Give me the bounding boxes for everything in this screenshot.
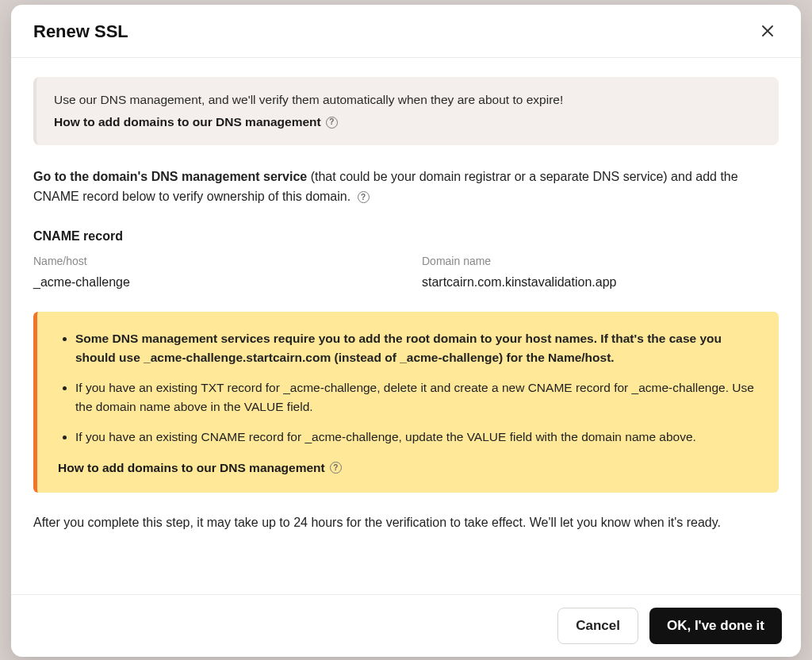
modal-title: Renew SSL (33, 21, 128, 42)
warning-help-link[interactable]: How to add domains to our DNS management… (58, 461, 342, 475)
instruction-bold: Go to the domain's DNS management servic… (33, 170, 307, 183)
help-icon[interactable]: ? (358, 191, 370, 203)
warning-help-link-label: How to add domains to our DNS management (58, 461, 325, 475)
ok-done-button[interactable]: OK, I've done it (649, 608, 782, 644)
help-icon: ? (326, 117, 338, 129)
dns-help-link-label: How to add domains to our DNS management (54, 115, 321, 129)
modal-header: Renew SSL (11, 5, 801, 58)
cname-name-header: Name/host (33, 255, 390, 267)
warning-list: Some DNS management services require you… (58, 329, 760, 447)
close-button[interactable] (756, 21, 779, 43)
warning-item-3: If you have an existing CNAME record for… (75, 428, 760, 447)
cname-name-col: Name/host _acme-challenge (33, 255, 390, 290)
cname-record-grid: Name/host _acme-challenge Domain name st… (33, 255, 779, 290)
warning-item-2: If you have an existing TXT record for _… (75, 378, 760, 416)
info-text: Use our DNS management, and we'll verify… (54, 93, 761, 107)
renew-ssl-modal: Renew SSL Use our DNS management, and we… (11, 5, 801, 657)
cname-name-value: _acme-challenge (33, 275, 390, 290)
instruction-text: Go to the domain's DNS management servic… (33, 167, 779, 207)
cname-section-label: CNAME record (33, 229, 779, 244)
help-icon: ? (330, 462, 342, 474)
cname-domain-value: startcairn.com.kinstavalidation.app (422, 275, 779, 290)
modal-footer: Cancel OK, I've done it (11, 594, 801, 657)
modal-body: Use our DNS management, and we'll verify… (11, 58, 801, 594)
cname-domain-header: Domain name (422, 255, 779, 267)
cname-domain-col: Domain name startcairn.com.kinstavalidat… (422, 255, 779, 290)
cancel-button[interactable]: Cancel (557, 608, 638, 644)
dns-help-link[interactable]: How to add domains to our DNS management… (54, 115, 338, 129)
close-icon (762, 24, 773, 40)
warning-box: Some DNS management services require you… (33, 312, 779, 493)
after-note: After you complete this step, it may tak… (33, 513, 779, 532)
warning-item-1: Some DNS management services require you… (75, 329, 760, 367)
dns-info-box: Use our DNS management, and we'll verify… (33, 77, 779, 145)
